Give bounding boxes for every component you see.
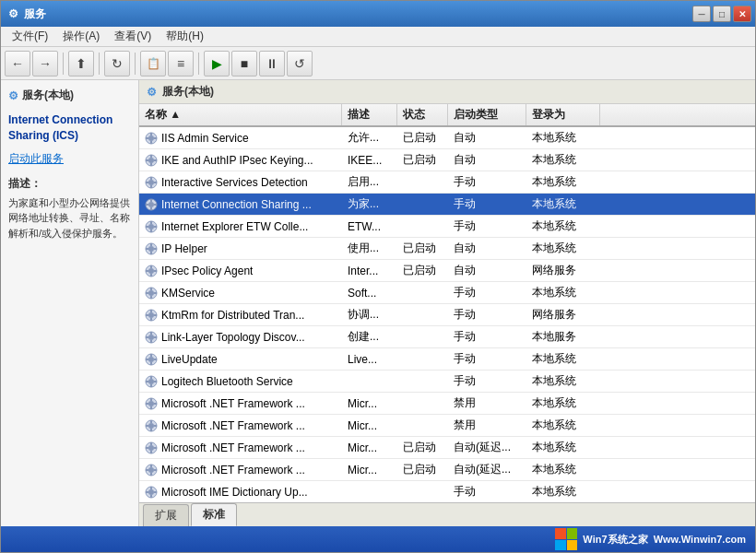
table-row[interactable]: Logitech Bluetooth Service手动本地系统 (139, 371, 755, 393)
restart-button[interactable]: ↺ (287, 51, 313, 76)
table-row[interactable]: Microsoft .NET Framework ...Micr...已启动自动… (139, 437, 755, 459)
col-startup[interactable]: 启动类型 (448, 104, 526, 125)
svg-point-31 (148, 246, 154, 252)
service-startup-cell: 手动 (448, 371, 526, 392)
service-status-cell: 已启动 (397, 260, 448, 281)
service-logon-cell: 本地系统 (526, 216, 600, 237)
service-name-text: Link-Layer Topology Discov... (161, 331, 305, 344)
close-button[interactable]: ✕ (733, 6, 751, 22)
col-desc[interactable]: 描述 (342, 104, 397, 125)
service-startup-cell: 手动 (448, 282, 526, 303)
svg-rect-50 (150, 310, 152, 312)
table-row[interactable]: Microsoft .NET Framework ...Micr...禁用本地系… (139, 393, 755, 415)
table-row[interactable]: IKE and AuthIP IPsec Keying...IKEE...已启动… (139, 149, 755, 171)
service-name-text: Internet Explorer ETW Colle... (161, 220, 308, 233)
table-row[interactable]: Internet Connection Sharing ...为家...手动本地… (139, 194, 755, 216)
svg-rect-28 (146, 226, 148, 228)
service-logon-cell: 本地服务 (526, 326, 600, 347)
service-name-text: Microsoft .NET Framework ... (161, 464, 305, 477)
svg-rect-56 (150, 332, 152, 335)
service-desc-cell: 为家... (342, 194, 397, 215)
svg-rect-70 (146, 381, 148, 382)
maximize-button[interactable]: □ (713, 6, 731, 22)
col-name[interactable]: 名称 ▲ (139, 104, 342, 125)
table-row[interactable]: KtmRm for Distributed Tran...协调...手动网络服务 (139, 304, 755, 326)
svg-point-91 (148, 467, 154, 473)
up-button[interactable]: ⬆ (68, 51, 94, 76)
table-row[interactable]: LiveUpdateLive...手动本地系统 (139, 348, 755, 371)
service-name-text: Logitech Bluetooth Service (161, 375, 293, 388)
toolbar-separator-1 (63, 53, 64, 75)
service-desc-cell: Micr... (342, 459, 397, 480)
svg-rect-94 (146, 469, 148, 471)
play-button[interactable]: ▶ (204, 51, 230, 76)
svg-rect-99 (150, 495, 152, 498)
service-icon (145, 220, 158, 233)
table-row[interactable]: IIS Admin Service允许...已启动自动本地系统 (139, 127, 755, 149)
svg-rect-26 (150, 221, 152, 224)
table-row[interactable]: Interactive Services Detection启用...手动本地系… (139, 171, 755, 194)
status-bar: Win7系统之家 Www.Winwin7.com (1, 526, 755, 552)
service-icon (145, 419, 158, 432)
service-name-cell: KMService (139, 282, 342, 303)
service-logon-cell: 本地系统 (526, 238, 600, 259)
service-name-cell: Internet Explorer ETW Colle... (139, 216, 342, 237)
svg-rect-64 (146, 359, 148, 360)
tab-standard[interactable]: 标准 (191, 503, 237, 526)
svg-rect-16 (146, 182, 148, 183)
col-status[interactable]: 状态 (397, 104, 448, 125)
menu-action[interactable]: 操作(A) (55, 27, 107, 46)
svg-point-67 (148, 379, 154, 384)
table-row[interactable]: Link-Layer Topology Discov...创建...手动本地服务 (139, 326, 755, 348)
back-button[interactable]: ← (5, 51, 30, 76)
table-row[interactable]: KMServiceSoft...手动本地系统 (139, 282, 755, 304)
tab-extended[interactable]: 扩展 (143, 504, 189, 526)
service-status-cell: 已启动 (397, 149, 448, 171)
service-desc-cell: Soft... (342, 282, 397, 303)
pause-button[interactable]: ⏸ (259, 51, 285, 76)
services-table[interactable]: 名称 ▲ 描述 状态 启动类型 登录为 IIS Admin Service允许.… (139, 104, 755, 502)
svg-rect-40 (146, 270, 148, 272)
service-icon (145, 486, 158, 499)
table-row[interactable]: Microsoft .NET Framework ...Micr...禁用本地系… (139, 415, 755, 437)
table-row[interactable]: IPsec Policy AgentInter...已启动自动网络服务 (139, 260, 755, 282)
list-button[interactable]: ≡ (168, 51, 194, 76)
left-panel-header: ⚙ 服务(本地) (8, 88, 131, 103)
stop-button[interactable]: ■ (231, 51, 257, 76)
svg-rect-65 (154, 359, 157, 360)
service-status-cell (397, 304, 448, 325)
service-startup-cell: 禁用 (448, 393, 526, 414)
service-icon (145, 353, 158, 366)
table-row[interactable]: IP Helper使用...已启动自动本地系统 (139, 238, 755, 260)
svg-rect-20 (150, 199, 152, 202)
forward-button[interactable]: → (32, 51, 58, 76)
minimize-button[interactable]: ─ (692, 6, 711, 22)
service-name-cell: Logitech Bluetooth Service (139, 371, 342, 392)
win-logo: Win7系统之家 Www.Winwin7.com (555, 528, 746, 550)
table-row[interactable]: Microsoft .NET Framework ...Micr...已启动自动… (139, 459, 755, 481)
menu-file[interactable]: 文件(F) (5, 27, 55, 46)
service-status-cell (397, 371, 448, 392)
service-startup-cell: 手动 (448, 304, 526, 325)
svg-rect-52 (146, 314, 148, 316)
service-status-cell: 已启动 (397, 127, 448, 148)
export-button[interactable]: 📋 (140, 51, 166, 76)
service-status-cell (397, 171, 448, 193)
service-icon (145, 265, 158, 277)
svg-rect-83 (154, 425, 157, 427)
refresh-button[interactable]: ↻ (104, 51, 130, 76)
menu-help[interactable]: 帮助(H) (159, 27, 211, 46)
menu-view[interactable]: 查看(V) (107, 27, 159, 46)
service-icon (145, 331, 158, 344)
col-logon[interactable]: 登录为 (526, 104, 600, 125)
service-logon-cell: 网络服务 (526, 304, 600, 325)
service-icon (145, 441, 158, 454)
service-desc-cell: Micr... (342, 415, 397, 436)
table-row[interactable]: Microsoft IME Dictionary Up...手动本地系统 (139, 481, 755, 502)
table-row[interactable]: Internet Explorer ETW Colle...ETW...手动本地… (139, 216, 755, 238)
service-name-cell: IKE and AuthIP IPsec Keying... (139, 149, 342, 171)
start-service-link[interactable]: 启动此服务 (8, 151, 131, 167)
svg-rect-33 (150, 252, 152, 254)
svg-rect-23 (154, 204, 157, 206)
service-name-cell: Microsoft IME Dictionary Up... (139, 481, 342, 502)
